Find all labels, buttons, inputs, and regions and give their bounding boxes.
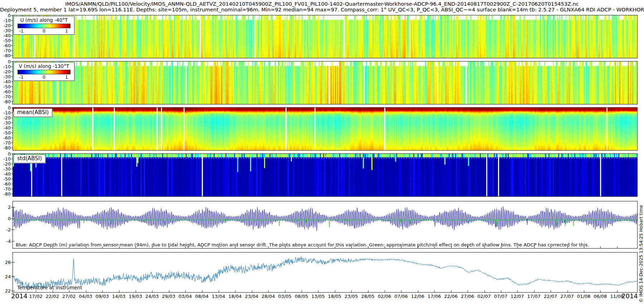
temperature-label: Temperature at instrument (17, 285, 82, 290)
credit-text: © IMOS 14-Dec-2025 13:54:25 Hobart time (638, 134, 644, 303)
y-tick-mark (11, 230, 13, 230)
depth-variation-line-canvas (13, 201, 637, 248)
y-tick-mark (11, 113, 13, 113)
y-tick-mark (11, 276, 13, 277)
y-tick-label: -80 (0, 146, 11, 150)
y-tick-mark (11, 108, 13, 108)
y-tick-mark (11, 123, 13, 123)
y-tick-label: -40 (0, 126, 11, 130)
y-tick-label: -30 (0, 74, 11, 79)
y-tick-label: -80 (0, 53, 11, 58)
x-axis-year-right: 2014 (621, 292, 638, 300)
v-colorbar (18, 70, 70, 74)
temperature-line-canvas (13, 252, 637, 292)
y-tick-label: -50 (0, 38, 11, 43)
y-tick-label: -10 (0, 111, 11, 115)
y-tick-mark (11, 72, 13, 72)
y-tick-label: -70 (0, 48, 11, 53)
u-colorbar (18, 24, 70, 28)
y-tick-mark (11, 189, 13, 189)
panel-mean-absi: mean(ABSI) (13, 107, 638, 151)
y-tick-label: 24 (0, 274, 11, 279)
y-tick-label: -20 (0, 116, 11, 120)
y-tick-label: 0 (0, 106, 11, 110)
y-tick-mark (11, 143, 13, 143)
y-tick-label: -40 (0, 33, 11, 38)
colorbar-tick-label: -1 (19, 74, 24, 80)
y-tick-mark (11, 164, 13, 164)
y-tick-mark (11, 138, 13, 138)
x-axis-year-left: 2014 (11, 292, 28, 300)
y-tick-mark (11, 40, 13, 41)
y-tick-mark (11, 82, 13, 82)
y-tick-label: 0 (0, 59, 11, 64)
y-tick-mark (11, 148, 13, 148)
u-legend-title: U (m/s) along -40°T (14, 17, 74, 23)
v-legend-title: V (m/s) along -130°T (14, 63, 74, 69)
y-tick-label: -50 (0, 177, 11, 181)
y-tick-mark (11, 20, 13, 21)
y-tick-mark (11, 15, 13, 16)
colorbar-tick-label: 1 (65, 74, 68, 80)
y-tick-label: 0 (0, 216, 11, 221)
y-tick-label: 2 (0, 205, 11, 210)
y-tick-label: 22 (0, 289, 11, 293)
y-tick-mark (11, 67, 13, 67)
y-tick-mark (11, 102, 13, 102)
y-tick-label: -10 (0, 64, 11, 69)
depth-variation-annotation: Blue: ADCP Depth (m) variation from sens… (16, 242, 589, 247)
y-tick-label: -70 (0, 141, 11, 145)
u-velocity-legend: U (m/s) along -40°T -1 0 1 (14, 16, 74, 35)
std-absi-heatmap-canvas (13, 154, 637, 196)
y-tick-mark (11, 159, 13, 159)
y-tick-label: 0 (0, 13, 11, 18)
y-tick-label: -80 (0, 192, 11, 196)
y-tick-label: -80 (0, 99, 11, 104)
std-absi-label: std(ABSI) (14, 155, 45, 163)
y-tick-label: -30 (0, 167, 11, 171)
y-tick-mark (11, 128, 13, 128)
y-tick-mark (11, 154, 13, 154)
y-tick-label: -50 (0, 131, 11, 135)
y-tick-label: 0 (0, 152, 11, 156)
figure-subtitle: Deployment 5, member 1 lat=19.69S lon=11… (0, 7, 644, 13)
y-tick-mark (11, 133, 13, 133)
colorbar-tick-label: 0 (43, 28, 45, 34)
mean-absi-heatmap-canvas (13, 108, 637, 150)
y-tick-label: -20 (0, 23, 11, 28)
y-tick-mark (11, 35, 13, 36)
adcp-deployment-figure: IMOS/ANMN/QLD/PIL100/Velocity/IMOS_ANMN-… (0, 0, 644, 304)
y-tick-mark (11, 55, 13, 56)
y-tick-label: -20 (0, 162, 11, 166)
y-tick-label: -60 (0, 182, 11, 186)
y-tick-mark (11, 45, 13, 46)
panel-std-absi: std(ABSI) (13, 153, 638, 197)
y-tick-label: -60 (0, 43, 11, 48)
y-tick-label: -70 (0, 94, 11, 99)
y-tick-label: -70 (0, 187, 11, 191)
mean-absi-label: mean(ABSI) (14, 108, 52, 117)
y-tick-label: 26 (0, 260, 11, 265)
panel-u-velocity: U (m/s) along -40°T -1 0 1 (13, 15, 638, 58)
y-tick-mark (11, 219, 13, 219)
y-tick-label: -10 (0, 18, 11, 23)
y-tick-mark (11, 77, 13, 77)
y-tick-mark (11, 241, 13, 241)
figure-title: IMOS/ANMN/QLD/PIL100/Velocity/IMOS_ANMN-… (0, 1, 644, 7)
v-colorbar-ticks: -1 0 1 (18, 74, 70, 80)
y-tick-label: -60 (0, 89, 11, 94)
v-velocity-heatmap-canvas (13, 62, 637, 104)
panel-v-velocity: V (m/s) along -130°T -1 0 1 (13, 61, 638, 104)
y-tick-mark (11, 194, 13, 194)
y-tick-label: -20 (0, 69, 11, 74)
y-tick-label: -2 (0, 227, 11, 232)
y-tick-label: -60 (0, 136, 11, 140)
y-tick-mark (11, 207, 13, 207)
y-tick-mark (11, 291, 13, 291)
y-tick-label: -4 (0, 239, 11, 244)
colorbar-tick-label: 0 (43, 74, 45, 80)
y-tick-mark (11, 262, 13, 263)
v-velocity-legend: V (m/s) along -130°T -1 0 1 (14, 62, 74, 81)
y-tick-mark (11, 97, 13, 97)
colorbar-tick-label: -1 (19, 28, 24, 34)
